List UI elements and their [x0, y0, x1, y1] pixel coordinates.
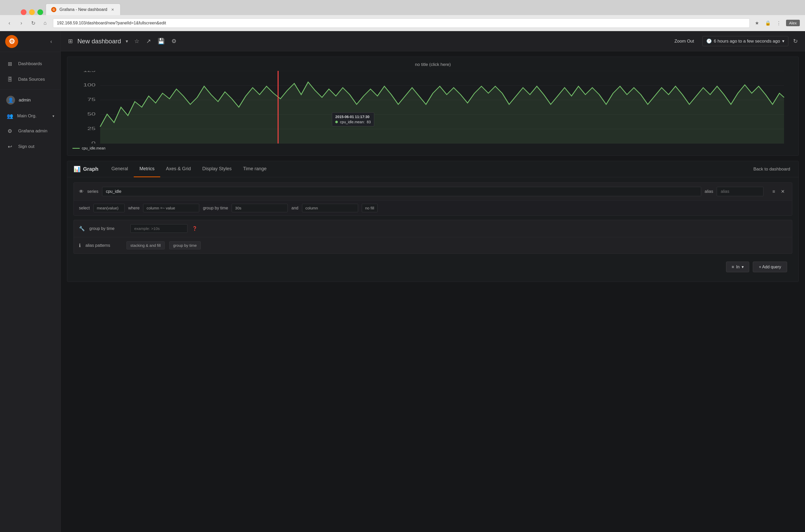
select-func-field[interactable]: mean(value): [93, 204, 125, 212]
minimize-button[interactable]: [29, 10, 35, 15]
query-remove-button[interactable]: ✕: [779, 188, 787, 195]
browser-toolbar: ‹ › ↻ ⌂ 192.168.59.103/dashboard/new?pan…: [0, 15, 805, 31]
group-by-time-input[interactable]: [232, 204, 288, 212]
svg-text:25: 25: [87, 126, 95, 131]
query-row: 👁 series alias ≡ ✕ select mean(va: [73, 183, 792, 216]
top-bar-actions: ☆ ↗ 💾 ⚙: [133, 36, 178, 46]
back-button[interactable]: ‹: [5, 19, 14, 27]
edit-panel: 📊 Graph General Metrics Axes & Grid Disp…: [67, 161, 799, 282]
dashboard-title: New dashboard: [77, 38, 121, 45]
chart-legend: cpu_idle.mean: [72, 146, 793, 150]
panel-label: 📊 Graph: [73, 166, 98, 173]
url-text: 192.168.59.103/dashboard/new?panelId=1&f…: [57, 21, 166, 25]
in-dropdown-icon: ▾: [742, 264, 744, 269]
panel-chart-icon: 📊: [73, 166, 80, 173]
org-dropdown-icon: ▾: [52, 114, 54, 118]
wrench-icon: 🔧: [79, 226, 85, 231]
query-menu-button[interactable]: ≡: [770, 188, 777, 195]
options-row: 🔧 group by time ❓ ℹ alias patterns stack…: [73, 220, 792, 254]
menu-icon[interactable]: ⋮: [775, 19, 782, 27]
org-icon: 👥: [6, 112, 14, 120]
alias-patterns-label: alias patterns: [86, 243, 122, 248]
lock-icon[interactable]: 🔒: [764, 19, 771, 27]
star-button[interactable]: ☆: [133, 36, 141, 46]
time-range-label: 6 hours ago to a few seconds ago: [714, 39, 780, 44]
query-main-row: 👁 series alias ≡ ✕: [74, 183, 792, 200]
bottom-action-row: ≡ In ▾ + Add query: [73, 258, 792, 277]
sidebar-item-dashboards-label: Dashboards: [18, 61, 42, 66]
close-button[interactable]: [21, 10, 26, 15]
sidebar-collapse-button[interactable]: ‹: [47, 37, 55, 46]
sidebar-item-sign-out[interactable]: ↩ Sign out: [0, 139, 60, 154]
time-range-picker[interactable]: 🕐 6 hours ago to a few seconds ago ▾: [702, 36, 788, 46]
sidebar-item-data-sources[interactable]: 🗄 Data Sources: [0, 72, 60, 87]
share-button[interactable]: ↗: [145, 36, 152, 46]
app-container: ⚙ ‹ ⊞ Dashboards 🗄 Data Sources 👤 admin …: [0, 31, 805, 532]
maximize-button[interactable]: [37, 10, 43, 15]
where-label: where: [128, 206, 140, 210]
forward-button[interactable]: ›: [17, 19, 25, 27]
group-by-time-option-input[interactable]: [130, 224, 187, 233]
sidebar-logo-area: ⚙ ‹: [0, 31, 60, 52]
in-label: In: [736, 265, 739, 269]
tab-time-range[interactable]: Time range: [237, 161, 272, 177]
series-field-label: series: [87, 189, 98, 194]
refresh-button[interactable]: ↻: [793, 38, 798, 45]
group-by-time-label: group by time: [203, 206, 228, 210]
svg-text:75: 75: [87, 97, 95, 102]
sidebar-divider: [0, 89, 60, 90]
sidebar-item-data-sources-label: Data Sources: [18, 77, 45, 82]
zoom-out-button[interactable]: Zoom Out: [671, 37, 698, 46]
user-avatar: 👤: [6, 96, 15, 104]
sidebar-user[interactable]: 👤 admin: [0, 92, 60, 109]
help-icon[interactable]: ❓: [192, 226, 197, 231]
svg-text:0: 0: [91, 141, 95, 144]
tab-general[interactable]: General: [106, 161, 134, 177]
tab-title: Grafana - New dashboard: [59, 7, 107, 12]
tab-metrics[interactable]: Metrics: [134, 161, 160, 177]
main-content: ⊞ New dashboard ▾ ☆ ↗ 💾 ⚙ Zoom Out 🕐 6 h…: [61, 31, 805, 532]
data-sources-icon: 🗄: [6, 76, 14, 83]
sign-out-icon: ↩: [6, 143, 14, 150]
url-bar[interactable]: 192.168.59.103/dashboard/new?panelId=1&f…: [53, 18, 750, 28]
sidebar-org[interactable]: 👥 Main Org. ▾: [0, 109, 60, 123]
user-badge: Alex: [786, 20, 800, 26]
in-button[interactable]: ≡ In ▾: [726, 262, 749, 272]
legend-label: cpu_idle.mean: [82, 146, 106, 150]
tab-metrics-label: Metrics: [140, 166, 154, 172]
alias-tag-group-by-time[interactable]: group by time: [169, 241, 201, 249]
query-actions: ≡ ✕: [770, 188, 787, 195]
panel-title[interactable]: no title (click here): [72, 62, 793, 67]
browser-tab[interactable]: G Grafana - New dashboard ✕: [46, 4, 121, 15]
add-query-button[interactable]: + Add query: [753, 262, 787, 272]
save-button[interactable]: 💾: [156, 36, 166, 46]
username-label: admin: [19, 98, 31, 103]
legend-color-line: [72, 148, 80, 149]
tab-display-styles-label: Display Styles: [202, 166, 232, 172]
series-input[interactable]: [102, 187, 701, 196]
sidebar-nav: ⊞ Dashboards 🗄 Data Sources 👤 admin 👥 Ma…: [0, 52, 60, 532]
tab-display-styles[interactable]: Display Styles: [197, 161, 237, 177]
tab-general-label: General: [111, 166, 128, 172]
back-to-dashboard-link[interactable]: Back to dashboard: [751, 165, 792, 174]
alias-input[interactable]: [717, 187, 764, 196]
sidebar-item-grafana-admin[interactable]: ⚙ Grafana admin: [0, 123, 60, 139]
alias-field-label: alias: [705, 189, 713, 194]
reload-button[interactable]: ↻: [29, 19, 37, 27]
where-value-input[interactable]: [143, 204, 199, 212]
sidebar-item-dashboards[interactable]: ⊞ Dashboards: [0, 56, 60, 72]
bookmark-star-icon[interactable]: ★: [753, 19, 761, 27]
alias-tag-stacking[interactable]: stacking & and fill: [126, 241, 165, 249]
and-column-input[interactable]: [302, 204, 358, 212]
visibility-toggle-icon[interactable]: 👁: [79, 189, 84, 194]
home-button[interactable]: ⌂: [41, 19, 49, 27]
title-dropdown-icon[interactable]: ▾: [126, 38, 128, 44]
top-bar: ⊞ New dashboard ▾ ☆ ↗ 💾 ⚙ Zoom Out 🕐 6 h…: [61, 31, 805, 51]
settings-button[interactable]: ⚙: [170, 36, 178, 46]
no-fill-button[interactable]: no fill: [362, 204, 378, 212]
edit-tabs: 📊 Graph General Metrics Axes & Grid Disp…: [67, 161, 799, 177]
grafana-admin-label: Grafana admin: [18, 129, 47, 134]
tab-close-button[interactable]: ✕: [110, 7, 115, 12]
alias-patterns-row: ℹ alias patterns stacking & and fill gro…: [74, 237, 792, 253]
tab-axes-grid[interactable]: Axes & Grid: [160, 161, 197, 177]
